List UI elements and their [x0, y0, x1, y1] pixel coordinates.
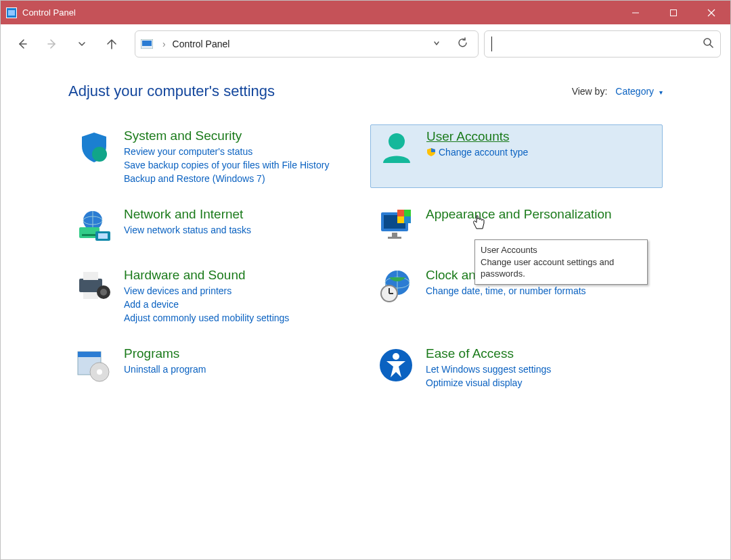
address-dropdown-button[interactable]: [433, 39, 441, 49]
view-by-value: Category: [615, 86, 654, 97]
svg-point-41: [97, 369, 102, 375]
tooltip: User Accounts Change user account settin…: [474, 239, 648, 285]
forward-button[interactable]: [40, 32, 64, 56]
category-link[interactable]: Review your computer's status: [124, 146, 354, 157]
category-user-accounts: User Accounts Change account type: [370, 124, 663, 188]
svg-rect-1: [8, 10, 15, 16]
view-by: View by: Category ▾: [572, 86, 663, 97]
refresh-button[interactable]: [453, 37, 472, 51]
category-link[interactable]: Change account type: [426, 147, 655, 158]
svg-point-32: [100, 289, 107, 296]
page-title: Adjust your computer's settings: [68, 83, 275, 100]
link-text: Change account type: [439, 147, 528, 158]
close-button[interactable]: [692, 1, 730, 24]
category-link[interactable]: Adjust commonly used mobility settings: [124, 312, 354, 323]
svg-rect-26: [397, 216, 404, 223]
category-hardware: Hardware and Sound View devices and prin…: [68, 264, 361, 327]
svg-point-12: [92, 147, 107, 162]
back-button[interactable]: [10, 32, 35, 56]
address-bar[interactable]: › Control Panel: [135, 30, 479, 57]
svg-rect-24: [397, 210, 404, 216]
svg-rect-17: [82, 234, 97, 236]
category-link[interactable]: Backup and Restore (Windows 7): [124, 173, 354, 184]
svg-rect-19: [98, 233, 108, 239]
category-link[interactable]: Change date, time, or number formats: [426, 285, 656, 296]
printer-icon: [75, 268, 113, 306]
monitor-icon: [377, 207, 415, 245]
user-icon: [378, 129, 416, 167]
maximize-button[interactable]: [655, 1, 692, 24]
app-icon: [6, 7, 17, 18]
category-title[interactable]: Appearance and Personalization: [426, 207, 656, 222]
tooltip-body: Change user account settings and passwor…: [481, 257, 614, 279]
uac-shield-icon: [426, 147, 436, 157]
category-link[interactable]: View devices and printers: [124, 285, 354, 296]
search-icon[interactable]: [703, 37, 713, 51]
svg-rect-30: [83, 292, 98, 299]
svg-rect-27: [404, 216, 411, 223]
control-panel-icon: [141, 39, 153, 49]
titlebar: Control Panel: [1, 1, 730, 24]
svg-rect-25: [404, 210, 411, 216]
category-programs: Programs Uninstall a program: [68, 342, 361, 392]
content-area: Adjust your computer's settings View by:…: [1, 64, 730, 559]
svg-point-13: [389, 133, 405, 149]
recent-dropdown-button[interactable]: [70, 32, 94, 56]
category-link[interactable]: Add a device: [124, 299, 354, 310]
category-link[interactable]: View network status and tasks: [124, 225, 354, 235]
breadcrumb[interactable]: › Control Panel: [158, 39, 427, 49]
category-title[interactable]: Hardware and Sound: [124, 268, 354, 283]
window-title: Control Panel: [22, 7, 617, 18]
svg-rect-39: [78, 352, 101, 357]
chevron-down-icon: ▾: [659, 89, 663, 96]
window: Control Panel: [0, 0, 731, 560]
category-system-security: System and Security Review your computer…: [68, 124, 361, 188]
svg-rect-23: [388, 237, 401, 239]
category-title[interactable]: Ease of Access: [426, 346, 656, 361]
globe-clock-icon: [377, 268, 415, 306]
svg-rect-22: [392, 233, 397, 237]
category-title[interactable]: System and Security: [124, 129, 354, 143]
accessibility-icon: [377, 346, 415, 384]
toolbar: › Control Panel: [1, 24, 730, 64]
category-ease-of-access: Ease of Access Let Windows suggest setti…: [370, 342, 663, 392]
programs-icon: [75, 346, 113, 384]
category-link[interactable]: Save backup copies of your files with Fi…: [124, 160, 354, 170]
category-title[interactable]: Programs: [124, 346, 354, 361]
search-input[interactable]: [492, 39, 703, 49]
svg-line-11: [710, 45, 713, 47]
svg-rect-9: [142, 41, 152, 46]
category-link[interactable]: Uninstall a program: [124, 364, 354, 375]
view-by-dropdown[interactable]: Category ▾: [615, 86, 663, 97]
tooltip-title: User Accounts: [481, 244, 642, 256]
category-title[interactable]: User Accounts: [426, 129, 655, 144]
header-row: Adjust your computer's settings View by:…: [68, 83, 663, 100]
window-buttons: [617, 1, 730, 24]
breadcrumb-item[interactable]: Control Panel: [173, 39, 230, 49]
view-by-label: View by:: [572, 86, 608, 97]
search-box[interactable]: [484, 30, 721, 57]
svg-point-43: [393, 353, 399, 360]
category-link[interactable]: Let Windows suggest settings: [426, 364, 656, 375]
svg-rect-3: [671, 9, 677, 16]
category-network: Network and Internet View network status…: [68, 203, 361, 249]
minimize-button[interactable]: [617, 1, 655, 24]
chevron-right-icon: ›: [162, 39, 166, 49]
up-button[interactable]: [99, 32, 124, 56]
category-link[interactable]: Optimize visual display: [426, 377, 656, 388]
network-icon: [75, 207, 113, 245]
category-title[interactable]: Network and Internet: [124, 207, 354, 222]
svg-rect-29: [83, 272, 98, 280]
shield-icon: [75, 129, 113, 166]
